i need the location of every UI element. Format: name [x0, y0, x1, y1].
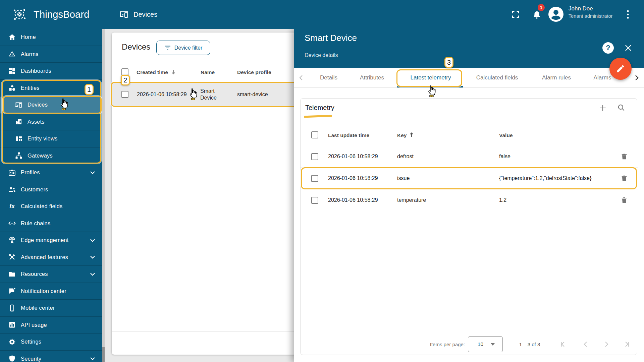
sidebar-scrollbar-thumb[interactable] [102, 29, 105, 347]
sidebar-item-security[interactable]: Security [0, 351, 105, 362]
sidebar-item-label: Rule chains [21, 220, 50, 227]
tabs-scroll-left-icon[interactable] [298, 74, 305, 81]
sidebar-nav: Home Alarms Dashboards Entities Devices … [0, 29, 105, 362]
delete-telemetry-button[interactable] [619, 152, 629, 162]
device-profile-cell: smart-device [237, 92, 268, 98]
page-size-select[interactable]: 10 [468, 336, 503, 352]
telemetry-row-checkbox[interactable] [311, 197, 318, 204]
trash-icon [621, 175, 628, 182]
device-table-row[interactable]: 2026-01-06 10:58:29 Smart Device smart-d… [112, 83, 301, 106]
sidebar-item-calculated-fields[interactable]: fx Calculated fields [0, 198, 105, 215]
telemetry-value-cell: {"temperature":1.2,"defrostState":false} [499, 175, 591, 181]
sidebar-item-devices[interactable]: Devices [0, 97, 105, 114]
sidebar-item-settings[interactable]: Settings [0, 334, 105, 351]
fullscreen-button[interactable] [510, 9, 521, 20]
search-icon [617, 103, 626, 112]
entities-category-icon [8, 84, 16, 92]
last-page-button[interactable] [622, 340, 631, 349]
more-options-kebab-icon[interactable] [623, 9, 633, 20]
telemetry-row-checkbox[interactable] [311, 153, 318, 160]
sidebar-item-label: Profiles [21, 169, 40, 176]
chevron-down-icon [90, 171, 95, 174]
next-page-button[interactable] [602, 340, 611, 349]
sidebar-item-customers[interactable]: Customers [0, 181, 105, 198]
sidebar-item-entities[interactable]: Entities [0, 80, 105, 97]
user-avatar[interactable] [548, 6, 564, 22]
device-row-checkbox[interactable] [121, 91, 128, 98]
sidebar-item-label: Notification center [21, 288, 66, 294]
sidebar-item-edge-management[interactable]: Edge management [0, 232, 105, 249]
sidebar-item-entity-views[interactable]: Entity views [0, 130, 105, 147]
delete-telemetry-button[interactable] [619, 173, 629, 183]
sidebar-item-resources[interactable]: Resources [0, 266, 105, 283]
brand-name[interactable]: ThingsBoard [34, 0, 90, 29]
api-usage-chart-icon [8, 321, 16, 329]
edit-fab-button[interactable] [609, 58, 632, 80]
sidebar-item-profiles[interactable]: Profiles [0, 164, 105, 181]
tab-details[interactable]: Details [320, 68, 337, 88]
thingsboard-logo-icon[interactable] [12, 7, 27, 22]
rule-chains-icon [8, 219, 16, 227]
device-name-cell: Smart Device [200, 88, 225, 101]
sidebar-item-home[interactable]: Home [0, 29, 105, 46]
first-page-button[interactable] [559, 340, 568, 349]
sidebar-scrollbar-track[interactable] [102, 29, 105, 362]
devices-col-device-profile[interactable]: Device profile [237, 69, 271, 75]
devices-icon [15, 101, 23, 109]
tab-alarms[interactable]: Alarms [594, 68, 611, 88]
user-menu[interactable]: John Doe Tenant administrator [569, 5, 622, 20]
tabs-scroll-right-icon[interactable] [633, 74, 640, 81]
devices-breadcrumb-icon [119, 9, 129, 19]
telemetry-col-key[interactable]: Key [397, 132, 407, 138]
telemetry-col-value[interactable]: Value [499, 132, 513, 138]
devices-select-all-checkbox[interactable] [121, 68, 128, 75]
sidebar-item-assets[interactable]: Assets [0, 114, 105, 131]
sidebar-item-notification-center[interactable]: Notification center [0, 283, 105, 300]
help-icon[interactable]: ? [602, 42, 614, 54]
sidebar-item-label: Home [21, 34, 36, 40]
select-caret-icon [491, 343, 495, 346]
sidebar-item-rule-chains[interactable]: Rule chains [0, 215, 105, 232]
details-header: Smart Device Device details ? [294, 29, 644, 68]
telemetry-select-all-checkbox[interactable] [311, 131, 318, 138]
gear-icon [8, 338, 16, 346]
close-icon[interactable] [623, 42, 634, 54]
sidebar-item-label: Devices [28, 102, 48, 108]
notification-bubble-icon [8, 287, 16, 295]
sidebar-item-api-usage[interactable]: API usage [0, 317, 105, 334]
search-telemetry-button[interactable] [616, 103, 626, 113]
sidebar-item-advanced-features[interactable]: Advanced features [0, 249, 105, 266]
profiles-badge-icon [8, 169, 16, 177]
telemetry-time-cell: 2026-01-06 10:58:29 [328, 175, 378, 181]
telemetry-heading: Telemetry [305, 104, 334, 112]
add-telemetry-button[interactable] [598, 103, 608, 113]
plus-icon [598, 104, 607, 112]
tab-attributes[interactable]: Attributes [360, 68, 384, 88]
sidebar-item-mobile-center[interactable]: Mobile center [0, 300, 105, 317]
tab-latest-telemetry[interactable]: Latest telemetry [411, 68, 451, 88]
tab-calculated-fields[interactable]: Calculated fields [476, 68, 518, 88]
previous-page-button[interactable] [581, 340, 590, 349]
customers-people-icon [8, 185, 16, 193]
telemetry-pagination: Items per page: 10 1 – 3 of 3 [301, 333, 638, 355]
device-filter-button[interactable]: Device filter [156, 41, 210, 55]
telemetry-row-defrost[interactable]: 2026-01-06 10:58:29 defrost false [301, 146, 638, 168]
tools-icon [8, 253, 16, 261]
sidebar-item-label: Entity views [28, 135, 58, 142]
tab-alarm-rules[interactable]: Alarm rules [542, 68, 571, 88]
sidebar-item-gateways[interactable]: Gateways [0, 147, 105, 165]
sidebar-item-alarms[interactable]: Alarms [0, 46, 105, 63]
telemetry-row-checkbox[interactable] [311, 175, 318, 182]
devices-card-footer-divider [112, 331, 301, 331]
telemetry-col-last-update-time[interactable]: Last update time [328, 132, 369, 138]
chevron-down-icon [90, 357, 95, 360]
chevron-right-icon [602, 340, 610, 348]
telemetry-row-temperature[interactable]: 2026-01-06 10:58:29 temperature 1.2 [301, 189, 638, 211]
delete-telemetry-button[interactable] [619, 195, 629, 205]
devices-col-created-time[interactable]: Created time [137, 69, 168, 75]
sidebar-item-label: Security [21, 356, 41, 362]
telemetry-row-issue[interactable]: 2026-01-06 10:58:29 issue {"temperature"… [301, 168, 638, 189]
devices-col-name[interactable]: Name [201, 69, 215, 75]
devices-card-title: Devices [122, 42, 150, 52]
sidebar-item-dashboards[interactable]: Dashboards [0, 63, 105, 80]
